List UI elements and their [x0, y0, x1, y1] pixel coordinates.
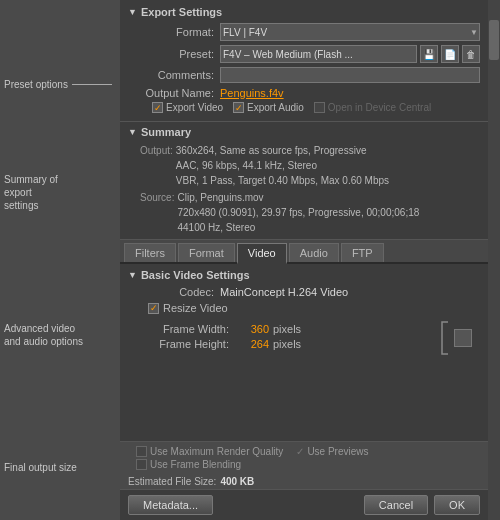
export-settings-panel: ▼ Export Settings Format: FLV | F4V ▼ Pr… — [120, 0, 488, 122]
comments-input[interactable] — [220, 67, 480, 83]
use-previews-text: Use Previews — [307, 446, 368, 457]
summary-source-value: Clip, Penguins.mov720x480 (0.9091), 29.9… — [177, 190, 419, 235]
tab-video[interactable]: Video — [237, 243, 287, 264]
summary-content: Output: 360x264, Same as source fps, Pro… — [128, 143, 480, 235]
summary-source-row: Source: Clip, Penguins.mov720x480 (0.909… — [140, 190, 480, 235]
lock-button[interactable] — [454, 329, 472, 347]
summary-output-row: Output: 360x264, Same as source fps, Pro… — [140, 143, 480, 188]
tab-audio[interactable]: Audio — [289, 243, 339, 262]
cancel-button[interactable]: Cancel — [364, 495, 428, 515]
codec-label: Codec: — [140, 286, 220, 298]
format-label: Format: — [140, 26, 220, 38]
tab-format[interactable]: Format — [178, 243, 235, 262]
preset-delete-btn[interactable]: 🗑 — [462, 45, 480, 63]
preset-save-btn[interactable]: 💾 — [420, 45, 438, 63]
summary-output-value: 360x264, Same as source fps, Progressive… — [176, 143, 389, 188]
tab-filters[interactable]: Filters — [124, 243, 176, 262]
codec-row: Codec: MainConcept H.264 Video — [128, 286, 480, 298]
comments-label: Comments: — [140, 69, 220, 81]
max-render-row: Use Maximum Render Quality ✓ Use Preview… — [128, 446, 480, 457]
tab-ftp[interactable]: FTP — [341, 243, 384, 262]
export-video-cb[interactable]: ✓ — [152, 102, 163, 113]
scrollbar-thumb[interactable] — [489, 20, 499, 60]
confirm-buttons: Cancel OK — [364, 495, 480, 515]
max-render-cb[interactable] — [136, 446, 147, 457]
export-settings-header: ▼ Export Settings — [128, 6, 480, 18]
export-checkboxes: ✓ Export Video ✓ Export Audio Open in De… — [128, 102, 480, 113]
preset-options-label: Preset options — [0, 55, 120, 110]
codec-value: MainConcept H.264 Video — [220, 286, 348, 298]
output-name-value[interactable]: Penguins.f4v — [220, 87, 284, 99]
preset-select-wrapper: F4V – Web Medium (Flash ... — [220, 45, 417, 63]
resize-checkbox[interactable]: ✓ — [148, 303, 159, 314]
comments-row: Comments: — [128, 67, 480, 83]
format-row: Format: FLV | F4V ▼ — [128, 23, 480, 41]
video-settings-header: ▼ Basic Video Settings — [128, 269, 480, 281]
open-device-checkbox[interactable]: Open in Device Central — [314, 102, 431, 113]
format-select[interactable]: FLV | F4V — [220, 23, 480, 41]
frame-height-row: Frame Height: 264 pixels — [128, 338, 438, 350]
bottom-options: Use Maximum Render Quality ✓ Use Preview… — [120, 441, 488, 474]
ok-button[interactable]: OK — [434, 495, 480, 515]
metadata-button[interactable]: Metadata... — [128, 495, 213, 515]
summary-header: ▼ Summary — [128, 126, 480, 138]
export-audio-checkbox[interactable]: ✓ Export Audio — [233, 102, 304, 113]
estimated-label: Estimated File Size: — [128, 476, 216, 487]
frame-width-value: 360 — [235, 323, 273, 335]
summary-output-key: Output: — [140, 143, 173, 188]
frame-width-label: Frame Width: — [140, 323, 235, 335]
video-settings-panel: ▼ Basic Video Settings Codec: MainConcep… — [120, 264, 488, 441]
use-previews-label: ✓ — [296, 446, 304, 457]
frame-blending-cb[interactable] — [136, 459, 147, 470]
estimated-row: Estimated File Size: 400 KB — [120, 474, 488, 489]
preset-select[interactable]: F4V – Web Medium (Flash ... — [220, 45, 417, 63]
footer-buttons: Metadata... Cancel OK — [120, 489, 488, 520]
estimated-value: 400 KB — [220, 476, 254, 487]
summary-triangle[interactable]: ▼ — [128, 127, 137, 137]
frame-height-label: Frame Height: — [140, 338, 235, 350]
format-select-wrapper: FLV | F4V ▼ — [220, 23, 480, 41]
lock-bracket-svg — [438, 320, 450, 356]
preset-new-btn[interactable]: 📄 — [441, 45, 459, 63]
frame-blending-label: Use Frame Blending — [150, 459, 241, 470]
resize-label: Resize Video — [163, 302, 228, 314]
resize-row[interactable]: ✓ Resize Video — [128, 302, 480, 314]
output-name-row: Output Name: Penguins.f4v — [128, 87, 480, 99]
advanced-label: Advanced video and audio options — [0, 280, 120, 390]
frame-width-unit: pixels — [273, 323, 301, 335]
dimensions-inputs: Frame Width: 360 pixels Frame Height: 26… — [128, 323, 438, 353]
video-triangle[interactable]: ▼ — [128, 270, 137, 280]
preset-label: Preset: — [140, 48, 220, 60]
preset-row: Preset: F4V – Web Medium (Flash ... 💾 📄 … — [128, 45, 480, 63]
export-audio-cb[interactable]: ✓ — [233, 102, 244, 113]
tabs-bar: Filters Format Video Audio FTP — [120, 240, 488, 264]
lock-group — [438, 320, 472, 356]
summary-label: Summary of export settings — [0, 132, 120, 252]
frame-blending-row: Use Frame Blending — [128, 459, 480, 470]
collapse-triangle[interactable]: ▼ — [128, 7, 137, 17]
open-device-cb — [314, 102, 325, 113]
frame-height-value: 264 — [235, 338, 273, 350]
filesize-label: Final output size — [0, 452, 120, 482]
export-video-checkbox[interactable]: ✓ Export Video — [152, 102, 223, 113]
dimensions-group: Frame Width: 360 pixels Frame Height: 26… — [128, 320, 480, 356]
frame-width-row: Frame Width: 360 pixels — [128, 323, 438, 335]
preset-controls: F4V – Web Medium (Flash ... 💾 📄 🗑 — [220, 45, 480, 63]
summary-panel: ▼ Summary Output: 360x264, Same as sourc… — [120, 122, 488, 240]
summary-source-key: Source: — [140, 190, 174, 235]
max-render-label: Use Maximum Render Quality — [150, 446, 283, 457]
frame-height-unit: pixels — [273, 338, 301, 350]
scrollbar[interactable] — [488, 0, 500, 520]
output-name-label: Output Name: — [140, 87, 220, 99]
